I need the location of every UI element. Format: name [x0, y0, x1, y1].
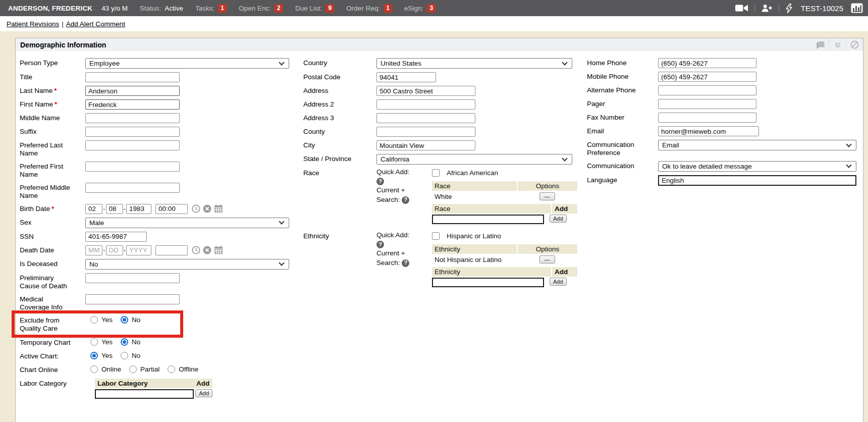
add-person-icon[interactable]	[762, 4, 772, 13]
esign-counter[interactable]: eSign: 3	[404, 4, 436, 13]
prelim-cause-input[interactable]	[85, 273, 180, 283]
last-name-input[interactable]	[85, 86, 180, 96]
chart-online-partial-radio[interactable]	[129, 365, 137, 373]
first-name-input[interactable]	[85, 99, 180, 110]
calendar-icon[interactable]	[214, 246, 223, 254]
medical-coverage-input[interactable]	[85, 294, 180, 304]
bar-chart-icon[interactable]	[851, 3, 863, 13]
journal-icon[interactable]	[811, 38, 829, 51]
address-row: Address	[303, 86, 584, 96]
title-input[interactable]	[85, 72, 180, 82]
exclude-quality-yes-radio[interactable]	[90, 316, 98, 324]
address3-input[interactable]	[376, 113, 475, 123]
birth-day-input[interactable]	[106, 204, 123, 214]
temporary-chart-no-radio[interactable]	[121, 338, 128, 346]
address2-input[interactable]	[376, 99, 475, 110]
ethnicity-remove-button[interactable]: —	[539, 255, 555, 263]
death-day-input[interactable]	[106, 245, 123, 255]
help-icon[interactable]: ?	[402, 259, 409, 267]
chart-id[interactable]: TEST-10025	[801, 4, 843, 13]
preferred-middle-input[interactable]	[85, 183, 180, 193]
birth-time-input[interactable]	[155, 204, 188, 214]
middle-name-input[interactable]	[85, 113, 180, 123]
ethnicity-add-button[interactable]: Add	[550, 278, 567, 286]
ssn-input[interactable]	[85, 232, 147, 242]
postal-code-input[interactable]	[376, 72, 436, 82]
help-icon[interactable]: ?	[402, 196, 409, 204]
help-icon[interactable]: ?	[376, 241, 384, 248]
help-icon[interactable]: ?	[376, 178, 384, 185]
race-search-input[interactable]	[432, 215, 544, 224]
add-alert-comment-link[interactable]: Add Alert Comment	[66, 20, 125, 28]
temporary-chart-yes-radio[interactable]	[90, 338, 98, 346]
home-phone-input[interactable]	[658, 58, 756, 68]
address-input[interactable]	[376, 86, 475, 96]
state-select[interactable]: California	[376, 154, 572, 165]
order-req-badge[interactable]: 1	[384, 4, 392, 13]
country-select[interactable]: United States	[376, 58, 572, 69]
email-input[interactable]	[658, 126, 759, 136]
clear-date-icon[interactable]	[203, 246, 211, 254]
exclude-quality-no-radio[interactable]	[121, 316, 128, 324]
chart-online-offline-radio[interactable]	[168, 365, 175, 373]
fax-number-input[interactable]	[658, 113, 756, 123]
labor-category-search-input[interactable]	[95, 389, 194, 399]
disable-circle-slash-icon[interactable]	[846, 38, 863, 51]
patient-age-sex: 43 y/o M	[101, 5, 128, 12]
calendar-icon[interactable]	[214, 204, 223, 213]
death-year-input[interactable]	[126, 245, 151, 255]
race-african-american-checkbox[interactable]	[432, 169, 440, 177]
is-deceased-select[interactable]: No	[85, 259, 289, 270]
city-input[interactable]	[376, 140, 475, 150]
video-camera-icon[interactable]	[735, 4, 748, 12]
clear-date-icon[interactable]	[203, 204, 211, 213]
birth-month-input[interactable]	[85, 204, 102, 214]
is-deceased-label: Is Deceased	[20, 259, 72, 268]
open-enc-badge[interactable]: 2	[275, 4, 283, 13]
active-chart-no-radio[interactable]	[121, 352, 128, 359]
pager-input[interactable]	[658, 99, 756, 109]
suffix-input[interactable]	[85, 127, 180, 137]
labor-category-add-button[interactable]: Add	[195, 389, 212, 397]
birth-year-input[interactable]	[126, 204, 151, 214]
death-date-row: Death Date - -	[20, 245, 300, 255]
alternate-phone-input[interactable]	[658, 85, 756, 95]
due-list-counter[interactable]: Due List: 9	[295, 4, 334, 13]
labor-category-add-header: Add	[195, 380, 212, 387]
sex-select[interactable]: Male	[85, 218, 289, 228]
patient-revisions-link[interactable]: Patient Revisions	[7, 20, 59, 28]
race-add-button[interactable]: Add	[550, 215, 567, 223]
active-chart-yes-radio[interactable]	[90, 352, 98, 359]
order-req-counter[interactable]: Order Req: 1	[346, 4, 392, 13]
person-type-select[interactable]: Employee	[85, 58, 289, 69]
death-time-input[interactable]	[155, 245, 188, 255]
tasks-counter[interactable]: Tasks: 1	[195, 4, 227, 13]
suffix-label: Suffix	[20, 127, 72, 136]
clock-icon[interactable]	[192, 246, 200, 254]
preferred-last-input[interactable]	[85, 140, 180, 150]
death-month-input[interactable]	[85, 245, 102, 255]
tasks-label: Tasks:	[195, 5, 214, 12]
preferred-first-input[interactable]	[85, 162, 180, 172]
status-value: Active	[165, 5, 183, 12]
ethnicity-search-input[interactable]	[432, 278, 544, 287]
lightning-bolt-icon[interactable]	[786, 4, 792, 13]
temporary-chart-label: Temporary Chart	[20, 338, 72, 347]
language-input[interactable]	[658, 175, 856, 186]
due-list-badge[interactable]: 9	[326, 4, 334, 13]
clock-icon[interactable]	[192, 204, 200, 213]
ethnicity-hispanic-label: Hispanic or Latino	[447, 232, 501, 240]
esign-badge[interactable]: 3	[427, 4, 436, 13]
address2-label: Address 2	[303, 99, 366, 109]
chart-online-online-radio[interactable]	[90, 365, 98, 373]
comm-pref-select[interactable]: Email	[658, 140, 856, 150]
mobile-phone-input[interactable]	[658, 72, 756, 82]
collapse-double-chevron-icon[interactable]	[829, 38, 846, 51]
tasks-badge[interactable]: 1	[218, 4, 227, 13]
open-enc-counter[interactable]: Open Enc: 2	[239, 4, 283, 13]
ethnicity-add-header: Add	[551, 267, 577, 277]
race-remove-button[interactable]: —	[539, 192, 555, 200]
ethnicity-hispanic-checkbox[interactable]	[432, 232, 440, 240]
county-input[interactable]	[376, 127, 475, 137]
communication-select[interactable]: Ok to leave detailed message	[658, 161, 856, 172]
